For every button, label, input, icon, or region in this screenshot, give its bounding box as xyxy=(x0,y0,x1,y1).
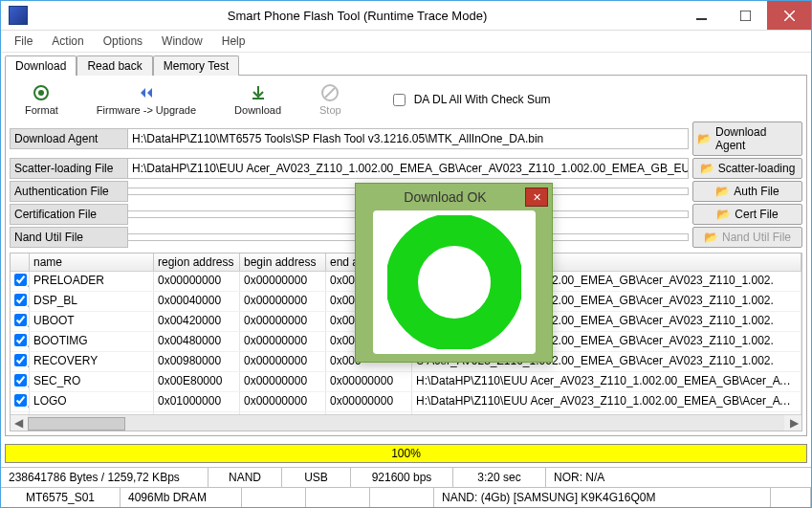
status-dram: 4096Mb DRAM xyxy=(121,488,242,507)
cell-begin: 0x00000000 xyxy=(240,332,326,351)
row-checkbox[interactable] xyxy=(14,354,27,366)
download-agent-browse-button[interactable]: 📂Download Agent xyxy=(692,121,802,156)
cell-region: 0x00040000 xyxy=(154,292,240,311)
folder-icon: 📂 xyxy=(700,162,714,175)
svg-rect-6 xyxy=(252,98,264,99)
download-agent-label: Download Agent xyxy=(10,128,128,149)
row-checkbox[interactable] xyxy=(14,274,27,286)
format-icon xyxy=(32,83,51,102)
success-ring-icon xyxy=(373,210,536,354)
maximize-button[interactable] xyxy=(723,1,767,30)
progress-bar-wrap: 100% xyxy=(5,444,807,463)
cell-region: 0x01000000 xyxy=(154,392,240,411)
upgrade-icon xyxy=(137,83,156,102)
status-nand: NAND xyxy=(208,468,282,487)
status-bps: 921600 bps xyxy=(351,468,453,487)
menu-file[interactable]: File xyxy=(7,33,40,50)
firmware-upgrade-button[interactable]: Firmware -> Upgrade xyxy=(97,83,196,116)
svg-line-8 xyxy=(325,88,335,98)
tab-bar: Download Read back Memory Test xyxy=(1,53,811,75)
download-button[interactable]: Download xyxy=(234,83,281,116)
status-bar-2: MT6575_S01 4096Mb DRAM NAND: (4Gb) [SAMS… xyxy=(1,487,811,507)
tab-download[interactable]: Download xyxy=(5,55,77,76)
col-region[interactable]: region address xyxy=(154,254,240,271)
popup-title: Download OK xyxy=(365,189,525,205)
checksum-checkbox[interactable]: DA DL All With Check Sum xyxy=(389,91,551,109)
cell-end: 0x00000000 xyxy=(326,372,412,391)
scatter-label: Scatter-loading File xyxy=(10,158,128,179)
app-window: Smart Phone Flash Tool (Runtime Trace Mo… xyxy=(0,0,812,508)
table-row[interactable]: LOGO0x010000000x000000000x00000000H:\Dat… xyxy=(11,392,801,412)
cell-begin: 0x00000000 xyxy=(240,312,326,331)
cell-begin: 0x00000000 xyxy=(240,372,326,391)
cert-browse-button[interactable]: 📂Cert File xyxy=(692,204,802,225)
row-checkbox[interactable] xyxy=(14,374,27,387)
cell-name: BOOTIMG xyxy=(30,332,154,351)
col-name[interactable]: name xyxy=(30,254,154,271)
download-icon xyxy=(249,83,268,102)
scatter-browse-button[interactable]: 📂Scatter-loading xyxy=(692,158,802,179)
menu-bar: File Action Options Window Help xyxy=(1,31,811,53)
menu-action[interactable]: Action xyxy=(44,33,91,50)
scroll-right-icon[interactable]: ▶ xyxy=(786,416,801,430)
scatter-field[interactable]: H:\DataHP\Z110\EUU Acer_AV023_Z110_1.002… xyxy=(128,158,689,179)
cell-location: H:\DataHP\Z110\EUU Acer_AV023_Z110_1.002… xyxy=(412,372,801,391)
svg-point-9 xyxy=(402,230,507,335)
cell-begin: 0x00000000 xyxy=(240,352,326,371)
window-buttons xyxy=(679,1,811,30)
cell-begin: 0x00000000 xyxy=(240,392,326,411)
title-bar: Smart Phone Flash Tool (Runtime Trace Mo… xyxy=(1,1,811,31)
row-checkbox[interactable] xyxy=(14,294,27,306)
cell-name: SEC_RO xyxy=(30,372,154,391)
popup-close-button[interactable]: ✕ xyxy=(525,188,548,207)
auth-browse-button[interactable]: 📂Auth File xyxy=(692,181,802,202)
menu-options[interactable]: Options xyxy=(96,33,150,50)
col-begin[interactable]: begin address xyxy=(240,254,326,271)
download-ok-popup: Download OK ✕ xyxy=(355,183,553,363)
cert-label: Certification File xyxy=(10,204,128,225)
folder-icon: 📂 xyxy=(704,231,718,244)
status-bytes: 238641786 Bytes / 1259,72 KBps xyxy=(1,468,208,487)
row-checkbox[interactable] xyxy=(14,334,27,346)
cell-region: 0x00E80000 xyxy=(154,372,240,391)
nand-label: Nand Util File xyxy=(10,227,128,248)
row-checkbox[interactable] xyxy=(14,394,27,407)
menu-help[interactable]: Help xyxy=(214,33,253,50)
cell-name: DSP_BL xyxy=(30,292,154,311)
download-agent-field[interactable]: H:\DataHP\Z110\MT6575 Tools\SP Flash Too… xyxy=(128,128,689,149)
minimize-button[interactable] xyxy=(679,1,723,30)
scroll-thumb[interactable] xyxy=(28,417,125,431)
cell-region: 0x00420000 xyxy=(154,312,240,331)
cell-begin: 0x00000000 xyxy=(240,292,326,311)
cell-name: PRELOADER xyxy=(30,272,154,291)
cell-name: LOGO xyxy=(30,392,154,411)
app-icon xyxy=(9,6,28,25)
horizontal-scrollbar[interactable]: ◀ ▶ xyxy=(11,414,801,431)
scroll-left-icon[interactable]: ◀ xyxy=(11,416,26,430)
svg-rect-1 xyxy=(740,11,751,21)
tab-readback[interactable]: Read back xyxy=(77,55,152,76)
window-title: Smart Phone Flash Tool (Runtime Trace Mo… xyxy=(35,9,679,23)
cell-begin: 0x00000000 xyxy=(240,272,326,291)
close-button[interactable] xyxy=(767,1,811,30)
cell-location: H:\DataHP\Z110\EUU Acer_AV023_Z110_1.002… xyxy=(412,392,801,411)
cell-region: 0x00980000 xyxy=(154,352,240,371)
menu-window[interactable]: Window xyxy=(154,33,210,50)
scroll-track[interactable] xyxy=(28,415,784,431)
status-usb: USB xyxy=(282,468,351,487)
format-button[interactable]: Format xyxy=(25,83,58,116)
status-nand-detail: NAND: (4Gb) [SAMSUNG] K9K4G16Q0M xyxy=(434,488,771,507)
cell-end: 0x00000000 xyxy=(326,392,412,411)
cell-name: RECOVERY xyxy=(30,352,154,371)
auth-label: Authentication File xyxy=(10,181,128,202)
status-bar-1: 238641786 Bytes / 1259,72 KBps NAND USB … xyxy=(1,467,811,487)
tab-memory-test[interactable]: Memory Test xyxy=(153,55,239,76)
stop-button[interactable]: Stop xyxy=(319,83,341,116)
row-checkbox[interactable] xyxy=(14,314,27,326)
svg-point-5 xyxy=(38,90,44,96)
svg-rect-0 xyxy=(696,18,707,20)
checksum-label: DA DL All With Check Sum xyxy=(414,93,551,106)
checksum-input[interactable] xyxy=(393,94,406,106)
table-row[interactable]: SEC_RO0x00E800000x000000000x00000000H:\D… xyxy=(11,372,801,392)
cell-name: UBOOT xyxy=(30,312,154,331)
